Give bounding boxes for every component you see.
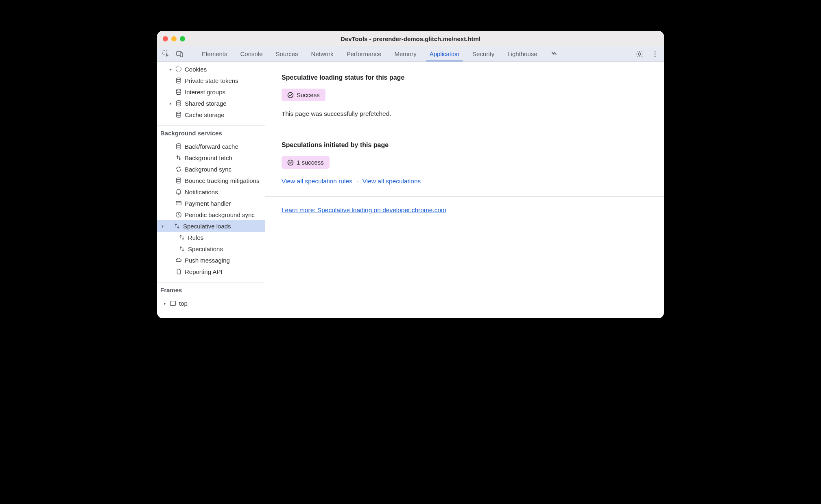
sidebar-item-speculative-loads[interactable]: ▾ Speculative loads <box>157 220 265 232</box>
sidebar-item-private-state-tokens[interactable]: Private state tokens <box>157 75 265 86</box>
sidebar-item-bounce-tracking[interactable]: Bounce tracking mitigations <box>157 175 265 186</box>
tab-security[interactable]: Security <box>466 46 501 61</box>
check-circle-icon <box>287 159 294 166</box>
sidebar-item-label: Interest groups <box>185 89 225 96</box>
inspect-element-icon[interactable] <box>162 50 170 58</box>
tab-application[interactable]: Application <box>423 46 466 61</box>
svg-point-6 <box>655 55 656 56</box>
transfer-icon <box>173 222 181 230</box>
svg-rect-16 <box>170 301 175 306</box>
sidebar-item-label: Rules <box>188 234 203 241</box>
sidebar-item-notifications[interactable]: Notifications <box>157 186 265 198</box>
sidebar-item-label: Periodic background sync <box>185 211 255 218</box>
svg-point-13 <box>177 178 181 179</box>
tab-memory[interactable]: Memory <box>388 46 423 61</box>
svg-point-11 <box>177 112 181 113</box>
sidebar-item-label: Reporting API <box>185 268 223 275</box>
application-sidebar: ▸ Cookies Private state tokens <box>157 62 265 318</box>
sidebar-item-label: Notifications <box>185 189 218 196</box>
maximize-window-button[interactable] <box>180 36 185 41</box>
gear-icon[interactable] <box>635 50 644 58</box>
check-circle-icon <box>287 92 294 98</box>
main-area: ▸ Cookies Private state tokens <box>157 62 664 318</box>
tab-console[interactable]: Console <box>234 46 269 61</box>
learn-more-link[interactable]: Learn more: Speculative loading on devel… <box>282 206 446 213</box>
database-icon <box>175 100 182 107</box>
panel-tabs: Elements Console Sources Network Perform… <box>195 46 634 61</box>
close-window-button[interactable] <box>163 36 168 41</box>
cloud-icon <box>175 256 182 264</box>
sidebar-group-frames: Frames <box>157 282 265 296</box>
status-section: Speculative loading status for this page… <box>265 62 664 129</box>
sidebar-item-rules[interactable]: Rules <box>157 232 265 243</box>
initiated-section: Speculations initiated by this page 1 su… <box>265 129 664 197</box>
sidebar-item-background-fetch[interactable]: Background fetch <box>157 152 265 163</box>
more-options-icon[interactable] <box>651 50 659 58</box>
titlebar: DevTools - prerender-demos.glitch.me/nex… <box>157 31 664 46</box>
tab-elements[interactable]: Elements <box>195 46 234 61</box>
svg-rect-2 <box>180 53 183 57</box>
svg-point-8 <box>177 78 181 79</box>
sidebar-item-reporting-api[interactable]: Reporting API <box>157 266 265 277</box>
sidebar-item-label: Bounce tracking mitigations <box>185 177 259 184</box>
sidebar-item-frame-top[interactable]: ▸ top <box>157 298 265 309</box>
sidebar-item-payment-handler[interactable]: Payment handler <box>157 198 265 209</box>
transfer-icon <box>175 154 182 161</box>
more-tabs-button[interactable] <box>544 46 564 61</box>
bell-icon <box>175 188 182 196</box>
sidebar-item-background-sync[interactable]: Background sync <box>157 163 265 175</box>
sidebar-item-label: Speculative loads <box>183 223 231 230</box>
svg-point-9 <box>177 89 181 91</box>
sidebar-item-label: Back/forward cache <box>185 143 238 150</box>
document-icon <box>175 268 182 275</box>
sidebar-item-label: Push messaging <box>185 257 230 264</box>
sidebar-item-shared-storage[interactable]: ▸ Shared storage <box>157 98 265 109</box>
badge-text: Success <box>297 91 320 98</box>
database-icon <box>175 177 182 184</box>
transfer-icon <box>178 234 186 241</box>
devtools-toolbar: Elements Console Sources Network Perform… <box>157 46 664 62</box>
device-toolbar-icon[interactable] <box>176 50 184 58</box>
sidebar-item-cookies[interactable]: ▸ Cookies <box>157 63 265 75</box>
minimize-window-button[interactable] <box>171 36 177 41</box>
traffic-lights <box>163 36 185 41</box>
speculation-links: View all speculation rules · View all sp… <box>282 178 648 185</box>
tab-sources[interactable]: Sources <box>269 46 305 61</box>
view-speculations-link[interactable]: View all speculations <box>362 178 421 185</box>
database-icon <box>175 111 182 118</box>
badge-text: 1 success <box>297 159 324 166</box>
database-icon <box>175 88 182 96</box>
expand-arrow-icon: ▸ <box>168 67 172 71</box>
devtools-window: DevTools - prerender-demos.glitch.me/nex… <box>157 31 664 318</box>
content-panel: Speculative loading status for this page… <box>265 62 664 318</box>
svg-point-12 <box>177 143 181 145</box>
separator: · <box>356 178 358 185</box>
svg-rect-14 <box>176 202 181 205</box>
sidebar-item-label: Private state tokens <box>185 77 238 84</box>
expand-arrow-icon: ▸ <box>163 301 167 305</box>
status-description: This page was successfully prefetched. <box>282 110 648 117</box>
view-rules-link[interactable]: View all speculation rules <box>282 178 352 185</box>
sidebar-item-back-forward-cache[interactable]: Back/forward cache <box>157 141 265 152</box>
learn-more-section: Learn more: Speculative loading on devel… <box>265 197 664 224</box>
collapse-arrow-icon: ▾ <box>160 224 164 228</box>
database-icon <box>175 77 182 84</box>
sidebar-item-label: Cache storage <box>185 111 225 118</box>
clock-icon <box>175 211 182 218</box>
status-badge: Success <box>282 89 325 101</box>
tab-network[interactable]: Network <box>305 46 340 61</box>
tab-performance[interactable]: Performance <box>340 46 388 61</box>
sync-icon <box>175 165 182 173</box>
sidebar-item-label: Speculations <box>188 245 223 252</box>
tab-lighthouse[interactable]: Lighthouse <box>501 46 544 61</box>
sidebar-item-periodic-sync[interactable]: Periodic background sync <box>157 209 265 220</box>
sidebar-item-push-messaging[interactable]: Push messaging <box>157 254 265 266</box>
sidebar-item-interest-groups[interactable]: Interest groups <box>157 86 265 98</box>
cookie-icon <box>175 65 182 73</box>
svg-point-3 <box>638 53 641 55</box>
initiated-badge: 1 success <box>282 156 330 169</box>
svg-point-4 <box>655 51 656 52</box>
expand-arrow-icon: ▸ <box>168 101 172 105</box>
sidebar-item-cache-storage[interactable]: Cache storage <box>157 109 265 120</box>
sidebar-item-speculations[interactable]: Speculations <box>157 243 265 254</box>
